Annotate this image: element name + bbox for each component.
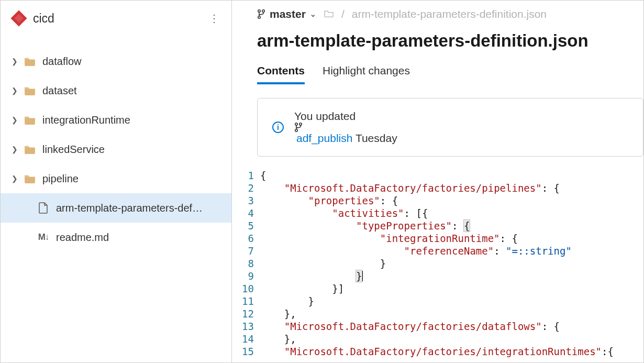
- notice-branch-link[interactable]: adf_publish: [296, 132, 352, 144]
- line-number: 14: [239, 333, 260, 345]
- line-number: 12: [239, 307, 260, 320]
- svg-point-0: [258, 10, 260, 12]
- chevron-right-icon: ❯: [10, 145, 19, 153]
- tree-folder-linkedservice[interactable]: ❯ linkedService: [1, 135, 231, 164]
- svg-point-4: [299, 123, 302, 125]
- chevron-right-icon: ❯: [10, 57, 19, 65]
- text-caret: [362, 271, 363, 281]
- git-repo-icon: [10, 10, 27, 26]
- chevron-right-icon: ❯: [10, 86, 19, 95]
- tree-label: pipeline: [42, 173, 79, 185]
- code-editor[interactable]: 1{ 2 "Microsoft.DataFactory/factories/pi…: [232, 169, 643, 362]
- tree-folder-pipeline[interactable]: ❯ pipeline: [1, 164, 231, 193]
- notice-prefix: You updated: [294, 110, 356, 122]
- branch-icon: [257, 9, 265, 19]
- tree-folder-integrationruntime[interactable]: ❯ integrationRuntime: [1, 105, 231, 135]
- folder-icon: [24, 144, 36, 155]
- branch-icon: [294, 123, 397, 132]
- page-title: arm-template-parameters-definition.json: [232, 31, 643, 60]
- svg-point-3: [295, 123, 297, 125]
- tab-contents[interactable]: Contents: [257, 60, 305, 84]
- breadcrumb-root[interactable]: [324, 8, 334, 20]
- line-number: 13: [239, 320, 260, 333]
- file-tree: ❯ dataflow ❯ dataset ❯ integrationRuntim…: [1, 36, 231, 252]
- tree-file-readme[interactable]: ❯ M↓ readme.md: [1, 223, 231, 252]
- repo-name[interactable]: cicd: [33, 12, 205, 26]
- svg-point-5: [295, 129, 297, 131]
- file-tree-sidebar: cicd ⋮ ❯ dataflow ❯ dataset ❯: [1, 1, 232, 362]
- line-number: 15: [239, 345, 260, 358]
- notice-suffix: Tuesday: [352, 132, 397, 144]
- branch-selector[interactable]: master ⌄: [257, 8, 316, 20]
- tree-label: dataflow: [42, 56, 82, 68]
- breadcrumb-separator: /: [341, 8, 345, 20]
- tree-label: dataset: [42, 85, 77, 97]
- line-number: 4: [239, 207, 260, 219]
- folder-icon: [24, 114, 36, 126]
- line-number: 2: [239, 182, 260, 194]
- tree-label: linkedService: [42, 144, 105, 156]
- line-number: 1: [239, 169, 260, 182]
- folder-icon: [24, 85, 36, 96]
- tab-highlight-changes[interactable]: Highlight changes: [323, 60, 410, 84]
- tree-folder-dataflow[interactable]: ❯ dataflow: [1, 47, 231, 76]
- main-content: master ⌄ / arm-template-parameters-defin…: [232, 1, 643, 362]
- branch-name: master: [270, 8, 306, 20]
- svg-point-1: [262, 10, 264, 12]
- breadcrumb-file[interactable]: arm-template-parameters-definition.json: [352, 8, 547, 20]
- breadcrumb: master ⌄ / arm-template-parameters-defin…: [232, 8, 643, 31]
- chevron-right-icon: ❯: [10, 116, 19, 124]
- line-number: 3: [239, 194, 260, 207]
- line-number: 9: [239, 270, 260, 282]
- folder-icon: [24, 173, 36, 184]
- file-icon: [37, 202, 50, 214]
- more-actions-button[interactable]: ⋮: [205, 10, 222, 27]
- tree-folder-dataset[interactable]: ❯ dataset: [1, 76, 231, 105]
- file-tabs: Contents Highlight changes: [232, 60, 643, 84]
- line-number: 6: [239, 232, 260, 245]
- line-number: 5: [239, 219, 260, 232]
- line-number: 8: [239, 257, 260, 270]
- tree-label: arm-template-parameters-def…: [56, 202, 203, 214]
- folder-icon: [24, 56, 36, 67]
- chevron-down-icon: ⌄: [310, 10, 316, 18]
- notice-text: You updated adf_publish Tuesday: [294, 110, 397, 145]
- svg-point-2: [258, 16, 260, 18]
- info-icon: i: [272, 122, 284, 133]
- chevron-right-icon: ❯: [10, 174, 19, 183]
- markdown-icon: M↓: [37, 232, 50, 243]
- update-notice: i You updated adf_publish Tuesday: [257, 98, 643, 157]
- tree-label: readme.md: [56, 232, 109, 244]
- line-number: 10: [239, 282, 260, 295]
- line-number: 11: [239, 295, 260, 307]
- line-number: 7: [239, 245, 260, 257]
- tree-label: integrationRuntime: [42, 114, 130, 126]
- tree-file-arm-template[interactable]: ❯ arm-template-parameters-def…: [1, 193, 231, 223]
